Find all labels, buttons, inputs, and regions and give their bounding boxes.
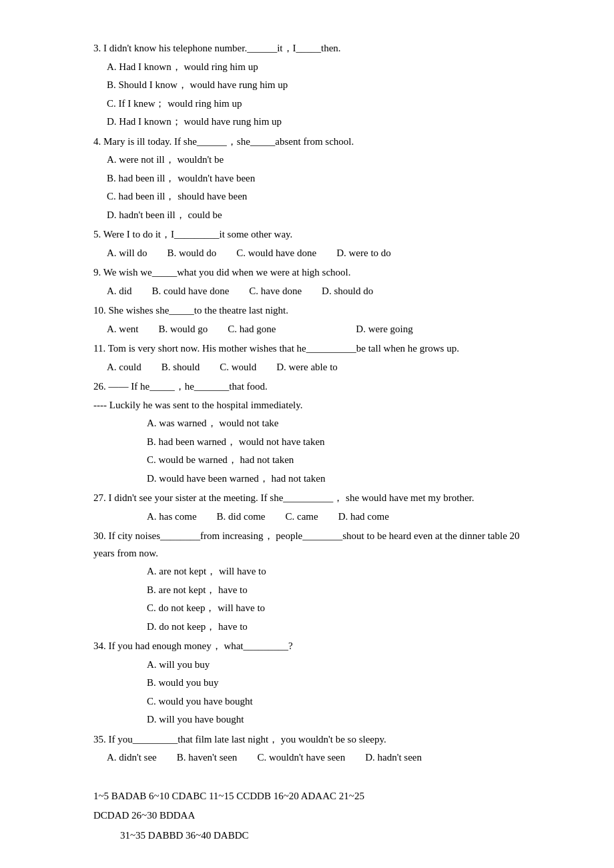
q3-opt-a: A. Had I known， would ring him up bbox=[93, 59, 534, 76]
q26-opt-d: D. would have been warned， had not taken bbox=[93, 470, 534, 488]
q3-opt-b: B. Should I know， would have rung him up bbox=[93, 77, 534, 94]
q4-opt-b: B. had been ill， wouldn't have been bbox=[93, 170, 534, 187]
q27-opt-b: B. did come bbox=[217, 508, 266, 526]
q26-sub: ---- Luckily he was sent to the hospital… bbox=[93, 397, 534, 414]
question-10: 10. She wishes she_____to the theatre la… bbox=[93, 302, 534, 338]
q30-opt-b: B. are not kept， have to bbox=[93, 582, 534, 599]
question-27: 27. I didn't see your sister at the meet… bbox=[93, 490, 534, 525]
q4-opt-a: A. were not ill， wouldn't be bbox=[93, 151, 534, 169]
q34-opt-d: D. will you have bought bbox=[93, 711, 534, 729]
q5-opt-d: D. were to do bbox=[336, 245, 391, 262]
q35-options: A. didn't see B. haven't seen C. wouldn'… bbox=[93, 749, 534, 767]
q3-stem: 3. I didn't know his telephone number.__… bbox=[93, 40, 534, 57]
q35-opt-b: B. haven't seen bbox=[177, 749, 238, 767]
q30-opt-a: A. are not kept， will have to bbox=[93, 563, 534, 580]
q11-opt-c: C. would bbox=[220, 359, 256, 376]
q35-opt-a: A. didn't see bbox=[107, 749, 157, 767]
q27-stem: 27. I didn't see your sister at the meet… bbox=[93, 490, 534, 507]
q3-opt-d: D. Had I known； would have rung him up bbox=[93, 113, 534, 131]
q10-stem: 10. She wishes she_____to the theatre la… bbox=[93, 302, 534, 320]
q11-opt-d: D. were able to bbox=[276, 359, 338, 376]
q27-options: A. has come B. did come C. came D. had c… bbox=[93, 508, 534, 526]
q35-opt-d: D. hadn't seen bbox=[365, 749, 422, 767]
q9-opt-a: A. did bbox=[107, 283, 132, 300]
question-9: 9. We wish we_____what you did when we w… bbox=[93, 264, 534, 300]
answer-line-1: 1~5 BADAB 6~10 CDABC 11~15 CCDDB 16~20 A… bbox=[93, 788, 534, 805]
q9-options: A. did B. could have done C. have done D… bbox=[93, 283, 534, 300]
q9-opt-d: D. should do bbox=[322, 283, 373, 300]
q5-opt-a: A. will do bbox=[107, 245, 147, 262]
q10-opt-d: D. were going bbox=[356, 321, 412, 338]
q9-stem: 9. We wish we_____what you did when we w… bbox=[93, 264, 534, 282]
q9-opt-b: B. could have done bbox=[152, 283, 230, 300]
q11-opt-b: B. should bbox=[162, 359, 200, 376]
q26-opt-c: C. would be warned， had not taken bbox=[93, 452, 534, 469]
question-3: 3. I didn't know his telephone number.__… bbox=[93, 40, 534, 131]
q5-opt-b: B. would do bbox=[167, 245, 216, 262]
q10-options: A. went B. would go C. had gone D. were … bbox=[93, 321, 534, 338]
q35-stem: 35. If you_________that film late last n… bbox=[93, 731, 534, 749]
q30-stem: 30. If city noises________from increasin… bbox=[93, 528, 534, 562]
q26-opt-b: B. had been warned， would not have taken bbox=[93, 434, 534, 451]
question-26: 26. —— If he_____，he_______that food. --… bbox=[93, 378, 534, 487]
q30-opt-d: D. do not keep， have to bbox=[93, 618, 534, 636]
q3-opt-c: C. If I knew； would ring him up bbox=[93, 95, 534, 113]
q35-opt-c: C. wouldn't have seen bbox=[257, 749, 345, 767]
q27-opt-a: A. has come bbox=[147, 508, 197, 526]
q11-opt-a: A. could bbox=[107, 359, 141, 376]
question-30: 30. If city noises________from increasin… bbox=[93, 528, 534, 635]
question-5: 5. Were I to do it，I_________it some oth… bbox=[93, 226, 534, 262]
q10-opt-a: A. went bbox=[107, 321, 139, 338]
answer-line-2: DCDAD 26~30 BDDAA bbox=[93, 807, 534, 825]
q34-opt-c: C. would you have bought bbox=[93, 693, 534, 711]
q34-opt-a: A. will you buy bbox=[93, 657, 534, 674]
main-content: 3. I didn't know his telephone number.__… bbox=[93, 40, 534, 844]
question-4: 4. Mary is ill today. If she______，she__… bbox=[93, 133, 534, 224]
answer-block: 1~5 BADAB 6~10 CDABC 11~15 CCDDB 16~20 A… bbox=[93, 783, 534, 845]
question-11: 11. Tom is very short now. His mother wi… bbox=[93, 340, 534, 376]
q10-opt-c: C. had gone bbox=[228, 321, 276, 338]
question-34: 34. If you had enough money， what_______… bbox=[93, 638, 534, 729]
q34-stem: 34. If you had enough money， what_______… bbox=[93, 638, 534, 655]
q27-opt-d: D. had come bbox=[338, 508, 389, 526]
q4-opt-c: C. had been ill， should have been bbox=[93, 188, 534, 205]
q11-stem: 11. Tom is very short now. His mother wi… bbox=[93, 340, 534, 358]
q27-opt-c: C. came bbox=[285, 508, 318, 526]
q26-opt-a: A. was warned， would not take bbox=[93, 415, 534, 432]
q4-stem: 4. Mary is ill today. If she______，she__… bbox=[93, 133, 534, 151]
q11-options: A. could B. should C. would D. were able… bbox=[93, 359, 534, 376]
question-35: 35. If you_________that film late last n… bbox=[93, 731, 534, 767]
q5-options: A. will do B. would do C. would have don… bbox=[93, 245, 534, 262]
q34-opt-b: B. would you buy bbox=[93, 675, 534, 692]
q5-stem: 5. Were I to do it，I_________it some oth… bbox=[93, 226, 534, 244]
q30-opt-c: C. do not keep， will have to bbox=[93, 600, 534, 617]
q4-opt-d: D. hadn't been ill， could be bbox=[93, 207, 534, 224]
q10-opt-b: B. would go bbox=[159, 321, 208, 338]
q5-opt-c: C. would have done bbox=[236, 245, 316, 262]
q9-opt-c: C. have done bbox=[249, 283, 302, 300]
q26-stem: 26. —— If he_____，he_______that food. bbox=[93, 378, 534, 396]
answer-line-3: 31~35 DABBD 36~40 DABDC bbox=[93, 827, 534, 845]
